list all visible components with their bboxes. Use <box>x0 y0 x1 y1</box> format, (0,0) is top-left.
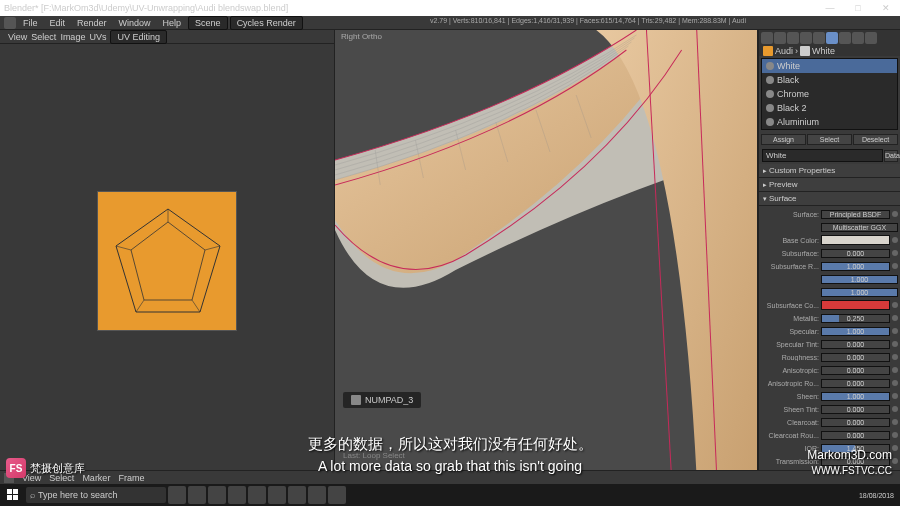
start-button[interactable] <box>2 486 24 504</box>
prop-node-icon[interactable] <box>892 237 898 243</box>
section-surface[interactable]: Surface <box>759 192 900 206</box>
select-button[interactable]: Select <box>807 134 852 145</box>
tab-scene[interactable] <box>774 32 786 44</box>
section-custom-properties[interactable]: Custom Properties <box>759 164 900 178</box>
material-name-field[interactable]: White <box>762 149 883 162</box>
windows-taskbar: ⌕ Type here to search 18/08/2018 <box>0 484 900 506</box>
tab-world[interactable] <box>787 32 799 44</box>
view3d-panel: Right Ortho NUMPAD_3 Last: Loop Select <box>335 30 758 478</box>
assign-button[interactable]: Assign <box>761 134 806 145</box>
window-titlebar: Blender* [F:\MarkOm3d\Udemy\UV-Unwrappin… <box>0 0 900 16</box>
blender-icon[interactable] <box>4 17 16 29</box>
timeline-frame[interactable]: Frame <box>118 473 144 483</box>
view3d-canvas[interactable]: Right Ortho NUMPAD_3 Last: Loop Select <box>335 30 757 478</box>
window-title: Blender* [F:\MarkOm3d\Udemy\UV-Unwrappin… <box>4 3 820 13</box>
material-item-black2[interactable]: Black 2 <box>762 101 897 115</box>
tab-render[interactable] <box>761 32 773 44</box>
subsurface-color-swatch[interactable] <box>821 300 890 310</box>
uv-unwrap-display <box>97 191 237 331</box>
material-item-white[interactable]: White <box>762 59 897 73</box>
specular-slider[interactable]: 1.000 <box>821 327 890 336</box>
material-name-row: White Data <box>761 149 898 162</box>
taskbar-taskview-icon[interactable] <box>188 486 206 504</box>
material-item-aluminium[interactable]: Aluminium <box>762 115 897 129</box>
material-item-chrome[interactable]: Chrome <box>762 87 897 101</box>
taskbar-app-icon[interactable] <box>288 486 306 504</box>
menu-window[interactable]: Window <box>114 17 156 29</box>
taskbar-app-icon[interactable] <box>248 486 266 504</box>
prop-node-icon[interactable] <box>892 211 898 217</box>
base-color-swatch[interactable] <box>821 235 890 245</box>
properties-panel: Audi › White White Black Chrome Black 2 … <box>758 30 900 478</box>
keypad-icon <box>351 395 361 405</box>
uv-menu-uvs[interactable]: UVs <box>89 32 106 42</box>
uv-mode-dropdown[interactable]: UV Editing <box>110 30 167 44</box>
tab-particles[interactable] <box>852 32 864 44</box>
workspace: View Select Image UVs UV Editing <box>0 30 900 478</box>
svg-line-6 <box>116 246 131 250</box>
uv-menu-image[interactable]: Image <box>60 32 85 42</box>
material-action-buttons: Assign Select Deselect <box>761 134 898 145</box>
tab-modifiers[interactable] <box>813 32 825 44</box>
tab-physics[interactable] <box>865 32 877 44</box>
uv-menu-select[interactable]: Select <box>31 32 56 42</box>
material-swatch-icon <box>766 118 774 126</box>
menu-help[interactable]: Help <box>158 17 187 29</box>
uv-mesh-overlay <box>110 204 226 320</box>
stats-bar: v2.79 | Verts:810/16,841 | Edges:1,416/3… <box>426 16 750 25</box>
menu-file[interactable]: File <box>18 17 43 29</box>
search-icon: ⌕ <box>30 490 35 500</box>
subtitle-english: A lot more data so grab that this isn't … <box>318 458 582 474</box>
minimize-button[interactable]: — <box>820 3 840 13</box>
taskbar-cortana-icon[interactable] <box>168 486 186 504</box>
uv-header: View Select Image UVs UV Editing <box>0 30 334 44</box>
uv-canvas[interactable] <box>0 44 334 478</box>
menu-edit[interactable]: Edit <box>45 17 71 29</box>
tab-object[interactable] <box>800 32 812 44</box>
subsurface-r-slider[interactable]: 1.000 <box>821 262 890 271</box>
material-item-black[interactable]: Black <box>762 73 897 87</box>
taskbar-app-icon[interactable] <box>328 486 346 504</box>
uv-menu-view[interactable]: View <box>8 32 27 42</box>
taskbar-app-icon[interactable] <box>208 486 226 504</box>
scene-dropdown[interactable]: Scene <box>188 16 228 30</box>
watermark-url: WWW.FSTVC.CC <box>811 465 892 476</box>
watermark-badge: FS <box>6 458 26 478</box>
subsurface-slider[interactable]: 0.000 <box>821 249 890 258</box>
object-icon <box>763 46 773 56</box>
breadcrumb-obj[interactable]: Audi <box>775 46 793 56</box>
tab-texture[interactable] <box>839 32 851 44</box>
roughness-slider[interactable]: 0.000 <box>821 353 890 362</box>
watermark-brand: Markom3D.com <box>807 448 892 462</box>
svg-line-3 <box>205 246 220 250</box>
tab-material[interactable] <box>826 32 838 44</box>
taskbar-app-icon[interactable] <box>308 486 326 504</box>
distribution-dropdown[interactable]: Multiscatter GGX <box>821 223 898 232</box>
svg-rect-19 <box>13 495 18 500</box>
svg-rect-18 <box>7 495 12 500</box>
taskbar-search[interactable]: ⌕ Type here to search <box>26 487 166 503</box>
material-swatch-icon <box>766 104 774 112</box>
metallic-slider[interactable]: 0.250 <box>821 314 890 323</box>
timeline-marker[interactable]: Marker <box>82 473 110 483</box>
taskbar-app-icon[interactable] <box>268 486 286 504</box>
subtitle-chinese: 更多的数据，所以这对我们没有任何好处。 <box>308 435 593 454</box>
material-list: White Black Chrome Black 2 Aluminium <box>761 58 898 130</box>
key-overlay: NUMPAD_3 <box>343 392 421 408</box>
menu-render[interactable]: Render <box>72 17 112 29</box>
taskbar-clock[interactable]: 18/08/2018 <box>855 492 898 499</box>
deselect-button[interactable]: Deselect <box>853 134 898 145</box>
close-button[interactable]: ✕ <box>876 3 896 13</box>
key-hint-text: NUMPAD_3 <box>365 395 413 405</box>
maximize-button[interactable]: □ <box>848 3 868 13</box>
props-breadcrumb: Audi › White <box>759 46 900 56</box>
section-preview[interactable]: Preview <box>759 178 900 192</box>
taskbar-app-icon[interactable] <box>228 486 246 504</box>
material-swatch-icon <box>766 76 774 84</box>
mesh-render <box>335 30 757 478</box>
svg-marker-0 <box>116 209 220 312</box>
render-engine-dropdown[interactable]: Cycles Render <box>230 16 303 30</box>
shader-dropdown[interactable]: Principled BSDF <box>821 210 890 219</box>
breadcrumb-mat[interactable]: White <box>812 46 835 56</box>
data-dropdown[interactable]: Data <box>884 150 898 162</box>
